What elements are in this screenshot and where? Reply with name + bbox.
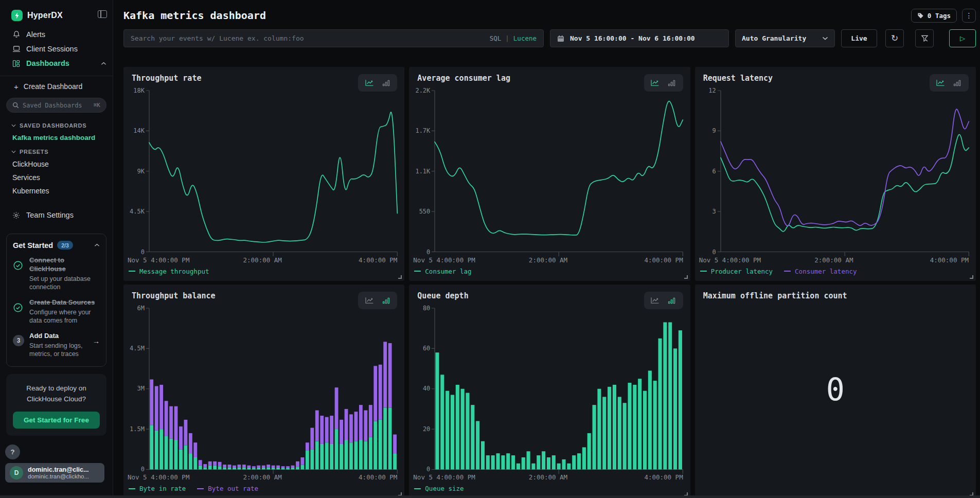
user-menu[interactable]: D dominic.tran@clic... dominic.tran@clic… [5, 463, 104, 483]
line-chart-icon [365, 297, 374, 304]
y-axis-label: 1.5M [130, 425, 145, 433]
refresh-button[interactable]: ↻ [885, 29, 904, 47]
y-axis-label: 12 [708, 87, 716, 94]
chart-plot[interactable] [721, 91, 969, 252]
presets-section[interactable]: PRESETS [0, 144, 113, 157]
filter-button[interactable] [915, 29, 934, 47]
panel-max-offline-partition-count: Maximum offline partition count 0 [695, 284, 976, 498]
bar-chart-toggle[interactable] [378, 77, 395, 89]
chart-plot[interactable] [149, 308, 397, 470]
bottom-scrollbar[interactable] [0, 495, 980, 498]
bell-icon [12, 30, 21, 39]
panel-queue-depth: Queue depth 806040200 Nov 5 4:00:00 PM2:… [409, 284, 690, 498]
y-axis-label: 0 [426, 466, 430, 473]
resize-handle[interactable] [398, 275, 402, 279]
sidebar-collapse-icon[interactable] [98, 10, 107, 18]
resize-handle[interactable] [970, 275, 973, 279]
date-range-value: Nov 5 16:00:00 - Nov 6 16:00:00 [570, 34, 695, 42]
x-axis-label: 2:00:00 AM [503, 256, 593, 263]
divider [0, 76, 113, 76]
y-axis-label: 3 [712, 208, 716, 215]
chart-plot[interactable] [435, 308, 683, 470]
bar-chart-toggle[interactable] [664, 294, 681, 307]
step-description: Start sending logs, metrics, or traces [29, 342, 87, 359]
y-axis-label: 4.5K [130, 208, 145, 215]
x-axis-label: 4:00:00 PM [593, 256, 683, 263]
resize-handle[interactable] [684, 275, 688, 279]
step-title: Connect to ClickHouse [29, 256, 100, 274]
sql-option[interactable]: SQL [490, 34, 502, 42]
legend-item[interactable]: Producer latency [700, 268, 773, 275]
legend-item[interactable]: Queue size [414, 485, 464, 492]
chart-type-toggle [358, 292, 397, 309]
dashboard-grid: Throughput rate 18K14K9K4.5K0 Nov 5 4:00… [123, 67, 976, 498]
sidebar-item-dashboards[interactable]: Dashboards [0, 56, 113, 70]
legend-item[interactable]: Consumer latency [784, 268, 857, 275]
y-axis-label: 80 [423, 305, 430, 312]
y-axis-label: 3M [137, 385, 145, 392]
chart-plot[interactable] [435, 91, 683, 252]
bar-chart-toggle[interactable] [378, 294, 395, 307]
bar-chart-toggle[interactable] [949, 77, 966, 89]
chart-plot[interactable] [149, 91, 397, 252]
line-chart-toggle[interactable] [647, 77, 664, 89]
saved-dashboards-search-input[interactable]: Saved Dashboards ⌘K [6, 98, 106, 113]
chart-type-toggle [644, 74, 683, 92]
x-axis-label: 2:00:00 AM [503, 473, 593, 481]
get-started-free-button[interactable]: Get Started for Free [13, 412, 100, 429]
granularity-select[interactable]: Auto Granularity [735, 29, 835, 47]
sidebar-item-team-settings[interactable]: Team Settings [0, 208, 113, 222]
event-search-input[interactable]: Search your events w/ Lucene ex. column:… [123, 29, 544, 47]
get-started-card: Get Started 2/3 Connect to ClickHouse Se… [6, 234, 106, 367]
chevron-up-icon[interactable] [94, 243, 100, 247]
chevron-down-icon [11, 150, 16, 153]
legend-item[interactable]: Consumer lag [414, 268, 471, 275]
get-started-step[interactable]: Create Data Sources Configure where your… [13, 298, 100, 325]
chart-type-toggle [358, 74, 397, 92]
bar-chart-icon [382, 79, 390, 86]
avatar: D [10, 466, 23, 479]
saved-dashboards-section[interactable]: SAVED DASHBOARDS [0, 118, 113, 131]
query-language-toggle[interactable]: SQL | Lucene [490, 34, 537, 42]
sidebar-item-clickhouse[interactable]: ClickHouse [0, 157, 113, 171]
sidebar-item-kafka-dashboard[interactable]: Kafka metrics dashboard [0, 131, 113, 144]
y-axis-label: 4.5M [130, 345, 145, 352]
get-started-step[interactable]: 3 Add Data Start sending logs, metrics, … [13, 332, 100, 359]
line-chart-toggle[interactable] [932, 77, 949, 89]
step-title: Add Data [29, 332, 87, 341]
sidebar-item-client-sessions[interactable]: Client Sessions [0, 42, 113, 56]
date-range-picker[interactable]: Nov 5 16:00:00 - Nov 6 16:00:00 [550, 29, 729, 47]
sidebar-item-services[interactable]: Services [0, 171, 113, 184]
chart-title: Average consumer lag [417, 74, 510, 83]
y-axis-label: 550 [419, 208, 431, 215]
x-axis-label: Nov 5 4:00:00 PM [128, 256, 218, 263]
legend-item[interactable]: Byte out rate [197, 485, 258, 492]
y-axis-label: 0 [141, 248, 145, 256]
line-chart-toggle[interactable] [647, 294, 664, 307]
sidebar-item-label: Dashboards [26, 59, 69, 67]
y-axis-label: 14K [133, 127, 145, 134]
legend-item[interactable]: Message throughput [129, 268, 209, 275]
bar-chart-icon [668, 79, 676, 86]
x-axis-label: Nov 5 4:00:00 PM [413, 256, 503, 263]
y-axis-label: 9 [712, 127, 716, 134]
sidebar-item-label: Team Settings [26, 211, 74, 219]
sidebar-item-alerts[interactable]: Alerts [0, 27, 113, 42]
help-button[interactable]: ? [5, 444, 20, 459]
tags-button[interactable]: 0 Tags [911, 9, 957, 23]
line-chart-toggle[interactable] [361, 294, 378, 307]
y-axis-label: 18K [133, 87, 145, 94]
step-title: Create Data Sources [29, 298, 100, 307]
run-query-button[interactable]: ▷ [949, 29, 976, 47]
more-menu-button[interactable]: ⋮ [962, 9, 976, 23]
logo[interactable]: HyperDX [0, 0, 113, 27]
legend-item[interactable]: Byte in rate [129, 485, 186, 492]
create-dashboard-button[interactable]: + Create Dashboard [0, 81, 113, 95]
live-button[interactable]: Live [841, 29, 877, 47]
lucene-option[interactable]: Lucene [513, 34, 537, 42]
get-started-step[interactable]: Connect to ClickHouse Set up your databa… [13, 256, 100, 292]
sidebar-item-kubernetes[interactable]: Kubernetes [0, 184, 113, 198]
cloud-promo-line1: Ready to deploy on [13, 383, 100, 394]
bar-chart-toggle[interactable] [664, 77, 681, 89]
line-chart-toggle[interactable] [361, 77, 378, 89]
